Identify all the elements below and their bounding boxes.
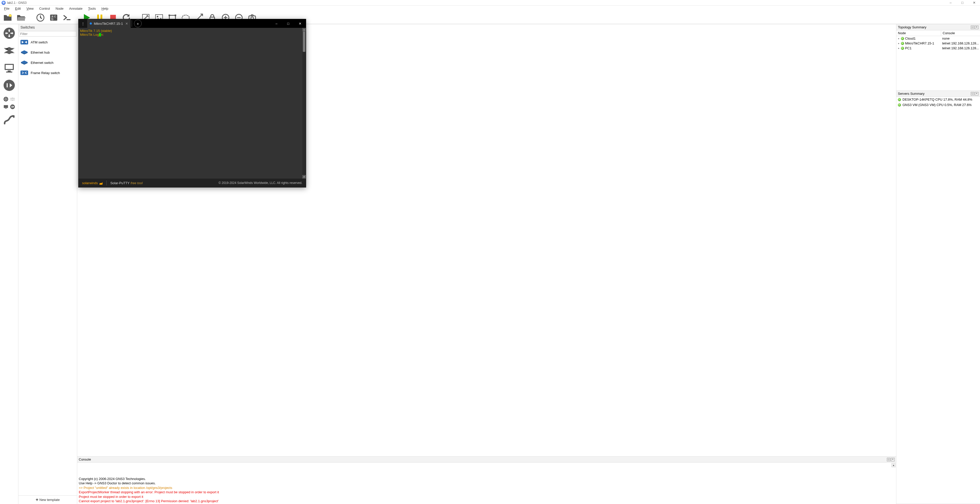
svg-point-47 xyxy=(303,178,303,178)
console-line: Use Help -> GNS3 Doctor to detect common… xyxy=(79,481,894,486)
terminal-maximize-button[interactable]: □ xyxy=(282,19,294,28)
topology-row[interactable]: ▸PC1telnet 192.168.126.128... xyxy=(896,46,980,51)
svg-point-43 xyxy=(305,176,305,177)
menubar: File Edit View Control Node Annotate Too… xyxy=(0,6,980,11)
svg-rect-14 xyxy=(169,14,170,16)
titlebar: ⦿ lab2.1 - GNS3 – □ ✕ xyxy=(0,0,980,6)
new-project-button[interactable] xyxy=(3,13,13,23)
device-item-frame-relay-switch[interactable]: Frame Relay switch xyxy=(18,68,77,78)
new-template-button[interactable]: + New template xyxy=(18,495,77,504)
node-name: PC1 xyxy=(905,46,912,50)
misc-category-icon[interactable] xyxy=(3,104,15,109)
devices-panel: Switches ATM switch Ethernet hub Etherne… xyxy=(18,24,77,504)
terminal-scrollbar[interactable]: ▲ ▼ xyxy=(302,28,306,179)
security-devices-category-icon[interactable] xyxy=(3,79,16,92)
terminal-titlebar[interactable]: ⋮ MikroTikCHR7.15-1 ✕ + – □ ✕ xyxy=(78,19,306,28)
menu-tools[interactable]: Tools xyxy=(86,6,98,11)
menu-control[interactable]: Control xyxy=(37,6,52,11)
console-value: telnet 192.168.126.128... xyxy=(942,41,979,45)
menu-node[interactable]: Node xyxy=(53,6,66,11)
link-category-icon[interactable] xyxy=(3,114,16,127)
maximize-button[interactable]: □ xyxy=(956,0,968,6)
panel-undock-button[interactable]: ◱ xyxy=(971,25,974,29)
svg-rect-15 xyxy=(175,14,176,16)
topology-table-header: Node Console xyxy=(896,30,980,36)
terminal-body[interactable]: MikroTik 7.15 (stable)MikroTik Logn: ▲ ▼ xyxy=(78,28,306,179)
panel-undock-button[interactable]: ◱ xyxy=(971,92,974,95)
panel-close-button[interactable]: ✕ xyxy=(975,25,978,29)
console-line: => Project "untitled" already exists in … xyxy=(79,486,894,490)
terminal-footer: solarwinds Solar-PuTTYfree tool © 2019-2… xyxy=(78,179,306,187)
resize-handle-icon[interactable] xyxy=(302,175,306,179)
snapshot-button[interactable] xyxy=(35,13,46,23)
menu-view[interactable]: View xyxy=(24,6,36,11)
product-name: Solar-PuTTYfree tool xyxy=(110,181,142,185)
devices-filter-input[interactable] xyxy=(19,31,76,36)
svg-point-44 xyxy=(304,176,304,177)
tab-close-button[interactable]: ✕ xyxy=(125,22,128,25)
col-console[interactable]: Console xyxy=(941,30,980,36)
menu-annotate[interactable]: Annotate xyxy=(67,6,85,11)
terminal-window: ⋮ MikroTikCHR7.15-1 ✕ + – □ ✕ MikroTik 7… xyxy=(78,19,306,187)
all-devices-category-icon[interactable] xyxy=(3,96,15,102)
chevron-right-icon: ▸ xyxy=(897,47,900,49)
devices-panel-header: Switches xyxy=(18,24,77,31)
open-project-button[interactable] xyxy=(16,13,26,23)
console-line: Copyright (c) 2006-2024 GNS3 Technologie… xyxy=(79,477,894,481)
menu-help[interactable]: Help xyxy=(99,6,111,11)
servers-panel-header: Servers Summary ◱ ✕ xyxy=(896,91,980,97)
status-led-icon xyxy=(898,98,901,101)
routers-category-icon[interactable] xyxy=(3,27,16,40)
switches-category-icon[interactable] xyxy=(3,44,16,57)
status-led-icon xyxy=(901,42,904,45)
menu-edit[interactable]: Edit xyxy=(13,6,23,11)
terminal-menu-button[interactable]: ⋮ xyxy=(78,19,87,28)
terminal-cursor xyxy=(99,33,101,36)
menu-file[interactable]: File xyxy=(2,6,12,11)
console-panel-title: Console xyxy=(79,458,886,461)
topology-row[interactable]: ▸MikroTikCHR7.15-1telnet 192.168.126.128… xyxy=(896,41,980,46)
server-row[interactable]: DESKTOP-14KPETQ CPU 17.8%, RAM 44.8% xyxy=(896,97,980,102)
scroll-up-button[interactable]: ▲ xyxy=(891,463,896,467)
terminal-minimize-button[interactable]: – xyxy=(270,19,282,28)
app-icon: ⦿ xyxy=(2,1,6,5)
show-labels-button[interactable]: acb xyxy=(49,13,59,23)
chevron-right-icon: ▸ xyxy=(897,37,900,40)
window-title: lab2.1 - GNS3 xyxy=(7,1,27,5)
terminal-close-button[interactable]: ✕ xyxy=(294,19,306,28)
svg-point-0 xyxy=(9,14,11,17)
svg-rect-40 xyxy=(21,40,28,44)
hub-icon xyxy=(21,60,28,66)
svg-point-33 xyxy=(3,80,15,91)
device-item-label: Ethernet hub xyxy=(31,51,49,54)
close-button[interactable]: ✕ xyxy=(968,0,980,6)
topology-row[interactable]: ▸Cloud1none xyxy=(896,36,980,41)
server-row[interactable]: GNS3 VM (GNS3 VM) CPU 0.5%, RAM 27.6% xyxy=(896,102,980,108)
hub-icon xyxy=(21,49,28,55)
panel-undock-button[interactable]: ◱ xyxy=(887,458,891,461)
console-output[interactable]: ▲ Copyright (c) 2006-2024 GNS3 Technolog… xyxy=(77,463,896,504)
server-text: GNS3 VM (GNS3 VM) CPU 0.5%, RAM 27.6% xyxy=(902,103,972,107)
console-line: Cannot export project to 'lab2.1.gns3pro… xyxy=(79,499,894,504)
panel-close-button[interactable]: ✕ xyxy=(891,458,894,461)
col-node[interactable]: Node xyxy=(896,30,941,36)
device-item-atm-switch[interactable]: ATM switch xyxy=(18,37,77,47)
new-template-label: New template xyxy=(40,498,60,502)
svg-rect-34 xyxy=(6,83,8,87)
device-item-label: Ethernet switch xyxy=(31,61,53,65)
new-tab-button[interactable]: + xyxy=(134,20,142,27)
device-item-ethernet-hub[interactable]: Ethernet hub xyxy=(18,47,77,57)
switch-icon xyxy=(21,70,28,76)
switch-icon xyxy=(21,39,28,45)
console-all-button[interactable] xyxy=(62,13,72,23)
console-line: ExportProjectWorker thread stopping with… xyxy=(79,490,894,494)
minimize-button[interactable]: – xyxy=(945,0,956,6)
panel-close-button[interactable]: ✕ xyxy=(975,92,978,95)
terminal-tab[interactable]: MikroTikCHR7.15-1 ✕ xyxy=(87,19,131,28)
scrollbar-thumb[interactable] xyxy=(303,32,305,52)
svg-point-46 xyxy=(304,178,304,178)
node-name: MikroTikCHR7.15-1 xyxy=(905,41,934,45)
svg-text:c: c xyxy=(54,14,56,18)
end-devices-category-icon[interactable] xyxy=(3,62,16,74)
device-item-ethernet-switch[interactable]: Ethernet switch xyxy=(18,57,77,68)
